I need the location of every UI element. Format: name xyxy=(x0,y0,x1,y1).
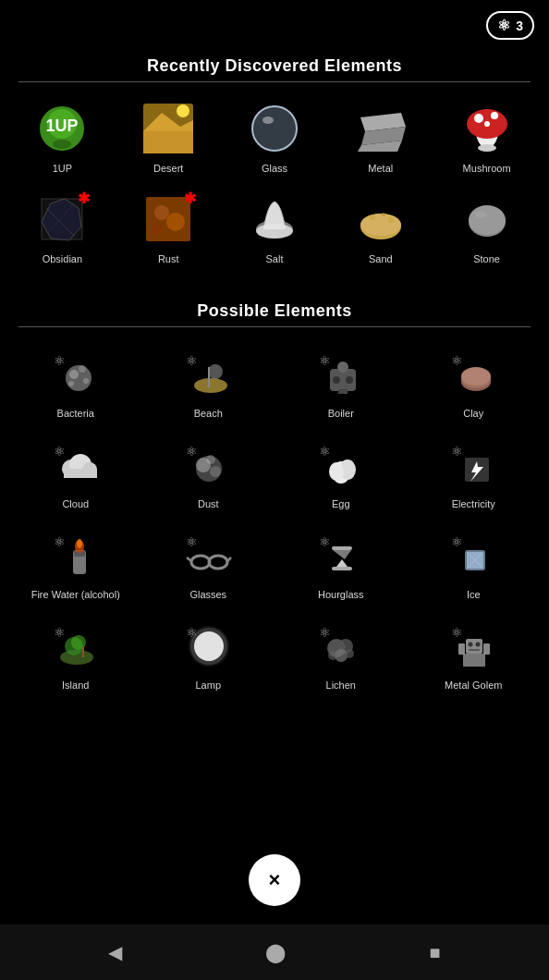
element-desert[interactable]: Desert xyxy=(116,92,222,182)
badge[interactable]: ⚛ 3 xyxy=(486,11,534,40)
svg-text:⚛: ⚛ xyxy=(319,444,331,459)
element-rust-label: Rust xyxy=(158,252,179,265)
svg-text:⚛: ⚛ xyxy=(186,444,198,459)
nav-home[interactable]: ⬤ xyxy=(265,941,286,963)
element-dust[interactable]: ⚛ Dust xyxy=(142,427,275,518)
svg-point-72 xyxy=(329,462,344,481)
svg-rect-115 xyxy=(463,654,485,667)
svg-point-58 xyxy=(461,367,491,386)
element-bacteria[interactable]: ⚛ Bacteria xyxy=(9,337,142,427)
element-island-img: ⚛ xyxy=(46,616,105,675)
element-ice-img: ⚛ xyxy=(444,525,503,584)
element-metalgolem-img: ⚛ xyxy=(444,616,503,675)
element-sand-label: Sand xyxy=(369,252,393,265)
element-rust-img: ✱ xyxy=(139,190,198,249)
element-sand[interactable]: Sand xyxy=(327,182,433,273)
element-glasses[interactable]: ⚛ Glasses xyxy=(142,518,275,608)
svg-point-67 xyxy=(210,466,221,477)
svg-point-41 xyxy=(69,370,79,379)
svg-rect-89 xyxy=(332,567,352,570)
svg-point-10 xyxy=(262,116,274,124)
svg-text:⚛: ⚛ xyxy=(54,534,66,549)
top-bar: ⚛ 3 xyxy=(0,0,549,47)
element-obsidian[interactable]: ✱ Obsidian xyxy=(9,182,116,273)
element-island[interactable]: ⚛ Island xyxy=(9,608,142,699)
svg-point-30 xyxy=(256,224,293,239)
element-egg-img: ⚛ xyxy=(311,435,371,494)
possible-grid: ⚛ Bacteria ⚛ Beach xyxy=(0,337,549,700)
element-stone-label: Stone xyxy=(473,252,500,265)
content-wrap: Recently Discovered Elements 1UP 1UP xyxy=(0,56,549,829)
svg-marker-90 xyxy=(333,550,351,559)
svg-point-51 xyxy=(337,361,348,373)
recently-title: Recently Discovered Elements xyxy=(0,56,549,76)
element-glass-img xyxy=(245,99,304,158)
element-lichen-label: Lichen xyxy=(326,679,356,692)
svg-line-86 xyxy=(227,557,231,561)
element-bacteria-img: ⚛ xyxy=(46,344,105,403)
element-ice[interactable]: ⚛ Ice xyxy=(408,518,541,608)
svg-text:⚛: ⚛ xyxy=(319,625,331,640)
svg-point-42 xyxy=(79,365,86,373)
element-hourglass-img: ⚛ xyxy=(311,525,371,584)
element-clay[interactable]: ⚛ Clay xyxy=(408,337,541,427)
svg-marker-91 xyxy=(336,559,348,567)
svg-point-32 xyxy=(360,214,401,236)
nav-square[interactable]: ■ xyxy=(429,942,440,963)
element-metal-img xyxy=(351,99,410,158)
element-boiler-img: ⚛ xyxy=(311,344,371,403)
svg-rect-54 xyxy=(338,389,348,394)
element-metal[interactable]: Metal xyxy=(327,92,433,182)
svg-rect-117 xyxy=(483,643,490,655)
svg-text:⚛: ⚛ xyxy=(451,534,463,549)
svg-point-118 xyxy=(469,643,473,647)
svg-point-53 xyxy=(346,376,353,384)
element-egg[interactable]: ⚛ Egg xyxy=(274,427,408,518)
element-lamp-label: Lamp xyxy=(195,679,221,692)
svg-text:⚛: ⚛ xyxy=(451,444,463,459)
element-cloud[interactable]: ⚛ Cloud xyxy=(9,427,142,518)
element-lichen[interactable]: ⚛ Lichen xyxy=(274,608,408,699)
element-boiler[interactable]: ⚛ Boiler xyxy=(274,337,408,427)
close-button[interactable]: × xyxy=(249,854,300,906)
element-glass[interactable]: Glass xyxy=(222,92,328,182)
element-desert-img xyxy=(139,99,198,158)
element-stone[interactable]: Stone xyxy=(433,182,540,273)
svg-point-35 xyxy=(388,217,394,223)
element-hourglass[interactable]: ⚛ Hourglass xyxy=(274,518,408,608)
element-mushroom[interactable]: Mushroom xyxy=(433,92,540,182)
svg-rect-116 xyxy=(458,643,465,655)
svg-point-28 xyxy=(152,224,163,235)
svg-point-19 xyxy=(478,144,496,152)
element-metalgolem[interactable]: ⚛ Metal Golem xyxy=(408,608,541,699)
element-metal-label: Metal xyxy=(368,162,393,175)
element-beach-label: Beach xyxy=(194,407,223,420)
element-salt-label: Salt xyxy=(266,252,284,265)
element-salt[interactable]: Salt xyxy=(222,182,328,273)
svg-line-85 xyxy=(187,557,191,561)
element-rust[interactable]: ✱ Rust xyxy=(116,182,222,273)
svg-rect-120 xyxy=(469,649,480,651)
element-clay-label: Clay xyxy=(463,407,483,420)
svg-point-119 xyxy=(476,643,481,647)
element-firewater[interactable]: ⚛ Fire Water (alcohol) xyxy=(9,518,142,608)
nav-back[interactable]: ◀ xyxy=(108,941,122,963)
svg-point-17 xyxy=(491,112,498,119)
svg-point-106 xyxy=(189,626,229,667)
svg-point-16 xyxy=(474,114,483,123)
svg-text:⚛: ⚛ xyxy=(451,625,463,640)
svg-point-80 xyxy=(77,539,82,548)
element-lamp[interactable]: ⚛ Lamp xyxy=(142,608,275,699)
svg-rect-63 xyxy=(64,469,97,478)
svg-point-18 xyxy=(484,121,490,127)
svg-text:⚛: ⚛ xyxy=(319,534,331,549)
badge-count: 3 xyxy=(516,18,523,33)
element-electricity[interactable]: ⚛ Electricity xyxy=(408,427,541,518)
svg-point-33 xyxy=(370,214,375,220)
element-1up[interactable]: 1UP 1UP xyxy=(9,92,116,182)
svg-point-68 xyxy=(206,455,215,464)
svg-point-3 xyxy=(53,140,71,149)
element-firewater-img: ⚛ xyxy=(46,525,105,584)
atom-badge-icon: ⚛ xyxy=(497,17,510,34)
element-beach[interactable]: ⚛ Beach xyxy=(142,337,275,427)
